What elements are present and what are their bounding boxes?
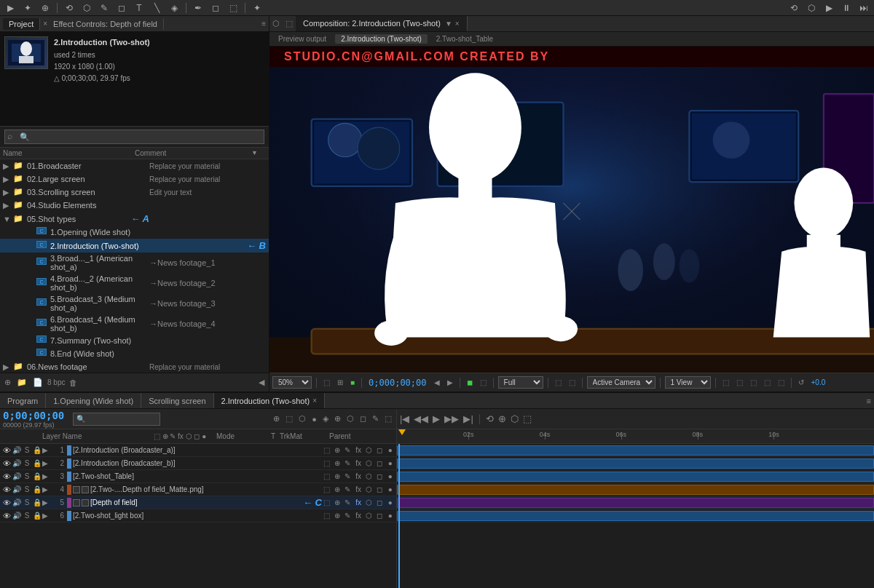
viewer-tab-intro[interactable]: 2.Introduction (Two-shot)	[335, 34, 428, 44]
line-tool[interactable]: ╲	[149, 1, 164, 15]
sort-button[interactable]: ▼	[251, 149, 266, 157]
layer-vis-2[interactable]: 👁	[1, 459, 12, 468]
layer-expand-4[interactable]: ▶	[42, 485, 51, 493]
expand-icon[interactable]: ▶	[3, 162, 12, 171]
tl-icon10[interactable]: ⬚	[383, 414, 393, 424]
comp-tab-main[interactable]: Composition: 2.Introduction (Two-shot) ▼…	[296, 16, 468, 31]
sw6-5[interactable]: ⬡	[364, 512, 374, 520]
tl-ctrl4[interactable]: ▶▶	[444, 413, 459, 424]
paint-tool[interactable]: ✒	[191, 1, 205, 15]
layer-vis-4[interactable]: 👁	[1, 485, 12, 494]
layer-lock-6[interactable]: 🔒	[32, 512, 42, 520]
tl-tab-scrolling[interactable]: Scrolling screen	[141, 393, 213, 408]
layer-solo-4[interactable]: S	[22, 485, 32, 493]
layer-solo-2[interactable]: S	[22, 459, 32, 467]
sw5-4-fx[interactable]: fx	[354, 498, 363, 506]
view-dropdown[interactable]: 1 View 2 Views 4 Views	[665, 376, 711, 389]
expand-icon[interactable]: ▶	[3, 175, 12, 184]
sw5-5[interactable]: ⬡	[364, 498, 374, 506]
rotate-tool[interactable]: ⟲	[62, 1, 76, 15]
sw4-2[interactable]: ⊕	[333, 485, 342, 493]
left-scroll-icon[interactable]: ◀	[257, 378, 266, 387]
sw4-7[interactable]: ●	[385, 485, 395, 493]
sw1-3[interactable]: ✎	[343, 446, 353, 454]
quality-dropdown[interactable]: Full Half Quarter	[498, 376, 543, 389]
tl-icon3[interactable]: ⬡	[297, 414, 307, 424]
clone-tool[interactable]: ◻	[208, 1, 223, 15]
tl-ctrl3[interactable]: ▶	[433, 413, 440, 424]
tl-ctrl2[interactable]: ◀◀	[414, 413, 428, 424]
eraser-tool[interactable]: ⬚	[226, 1, 240, 15]
play-tool[interactable]: ▶	[822, 1, 836, 15]
list-item[interactable]: ▶ 📁 01.Broadcaster Replace your material	[0, 159, 269, 172]
tl-icon9[interactable]: ✎	[371, 414, 380, 424]
redo-tool[interactable]: ⬡	[804, 1, 819, 15]
sw1-7[interactable]: ●	[385, 446, 395, 454]
layer-audio-2[interactable]: 🔊	[12, 459, 22, 467]
camera-dropdown[interactable]: Active Camera Camera 1	[587, 376, 656, 389]
arrow-tool[interactable]: ▶	[3, 1, 17, 15]
sw2-7[interactable]: ●	[385, 459, 395, 467]
expand-icon[interactable]: ▶	[3, 188, 12, 197]
view-icon3[interactable]: ⬚	[748, 378, 759, 386]
new-folder-icon[interactable]: 📁	[15, 378, 28, 387]
sw3-7[interactable]: ●	[385, 472, 395, 480]
expand-icon[interactable]: ▶	[3, 201, 12, 210]
file-icon[interactable]: 📄	[31, 378, 44, 387]
end-tool[interactable]: ⏭	[857, 1, 871, 15]
puppet-tool[interactable]: ✦	[250, 1, 264, 15]
sw4-6[interactable]: ◻	[375, 485, 385, 493]
reset-icon[interactable]: ↺	[796, 378, 806, 386]
pause-tool[interactable]: ⏸	[839, 1, 854, 15]
zoom-dropdown[interactable]: 50% 100% 200% Fit	[272, 376, 312, 389]
sw3-4[interactable]: fx	[354, 472, 363, 480]
viewer-tab-table[interactable]: 2.Two-shot_Table	[430, 34, 499, 44]
frame-step-fwd[interactable]: ▶	[445, 378, 455, 386]
tl-icon2[interactable]: ⬚	[284, 414, 294, 424]
undo-tool[interactable]: ⟲	[787, 1, 801, 15]
layer-solo-3[interactable]: S	[22, 472, 32, 480]
sw2-6[interactable]: ◻	[375, 459, 385, 467]
panel-menu-button[interactable]: ≡	[261, 20, 266, 28]
sw5-1[interactable]: ⬚	[322, 498, 331, 506]
tl-tab-opening[interactable]: 1.Opening (Wide shot)	[46, 393, 141, 408]
layer-lock-3[interactable]: 🔒	[32, 472, 42, 480]
pen-tool[interactable]: ◻	[114, 1, 129, 15]
comp-dropdown-arrow[interactable]: ▼	[445, 20, 452, 28]
tl-tab-program[interactable]: Program	[0, 393, 46, 408]
sw4-3[interactable]: ✎	[343, 485, 353, 493]
view-icon1[interactable]: ⬚	[720, 378, 731, 386]
list-item[interactable]: C 7.Summary (Two-shot)	[0, 334, 269, 347]
layer-solo-1[interactable]: S	[22, 446, 32, 454]
layer-vis-3[interactable]: 👁	[1, 472, 12, 481]
tl-ctrl1[interactable]: |◀	[400, 413, 409, 424]
layer-vis-5[interactable]: 👁	[1, 498, 12, 507]
camera-tool[interactable]: ⬡	[79, 1, 94, 15]
blend-mode-icon[interactable]: ⬚	[478, 378, 489, 386]
layer-lock-4[interactable]: 🔒	[32, 485, 42, 493]
list-item[interactable]: ▶ 📁 02.Large screen Replace your materia…	[0, 172, 269, 186]
layer-audio-3[interactable]: 🔊	[12, 472, 22, 480]
sw6-7[interactable]: ●	[385, 512, 395, 520]
tl-icon6[interactable]: ⊕	[333, 414, 342, 424]
layer-expand-3[interactable]: ▶	[42, 472, 51, 480]
layer-vis-6[interactable]: 👁	[1, 512, 12, 520]
list-item[interactable]: ▶ 📁 03.Scrolling screen Edit your text	[0, 186, 269, 199]
layer-vis-1[interactable]: 👁	[1, 446, 12, 455]
sw6-1[interactable]: ⬚	[322, 512, 331, 520]
tl-ctrl6[interactable]: ⟲	[486, 413, 494, 424]
tab-effect-controls[interactable]: Effect Controls: Depth of field	[47, 18, 164, 30]
list-item[interactable]: ▶ 📁 04.Studio Elements	[0, 199, 269, 212]
tl-icon1[interactable]: ⊕	[272, 414, 281, 424]
sw3-5[interactable]: ⬡	[364, 472, 374, 480]
text-tool[interactable]: T	[132, 1, 146, 15]
sw1-4[interactable]: fx	[354, 446, 363, 454]
layer-expand-2[interactable]: ▶	[42, 459, 51, 467]
sw5-6[interactable]: ◻	[375, 498, 385, 506]
sw1-2[interactable]: ⊕	[333, 446, 342, 454]
pan-tool[interactable]: ✎	[97, 1, 111, 15]
sw6-3[interactable]: ✎	[343, 512, 353, 520]
comp-tab-close[interactable]: ×	[455, 20, 460, 28]
tl-tab-intro-close[interactable]: ×	[312, 397, 317, 405]
sw6-2[interactable]: ⊕	[333, 512, 342, 520]
